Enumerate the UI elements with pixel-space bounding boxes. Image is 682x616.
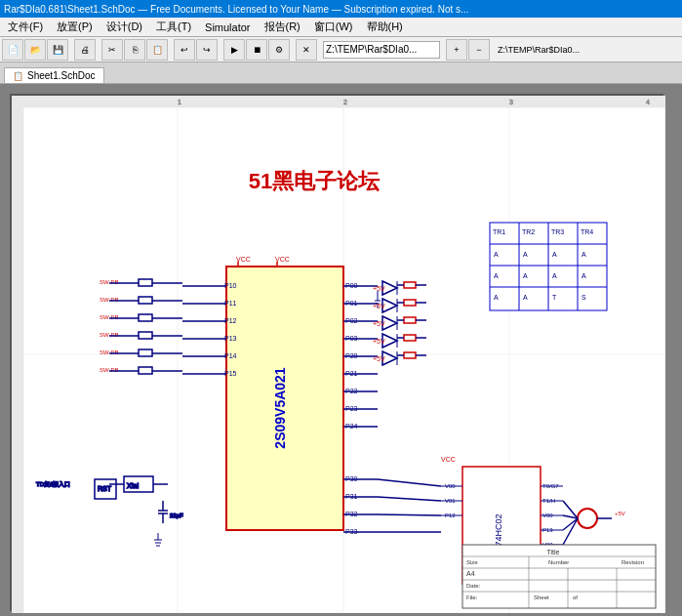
svg-rect-68 [404, 317, 416, 323]
toolbar-zoom-out[interactable]: − [468, 39, 490, 61]
svg-text:Xtal: Xtal [127, 482, 140, 489]
svg-text:of: of [573, 595, 578, 600]
toolbar-compile[interactable]: ⚙ [268, 39, 290, 61]
svg-text:P12: P12 [445, 513, 456, 518]
svg-text:V00: V00 [542, 513, 553, 518]
schematic-svg: 1 2 3 4 51黑电子论坛 2S09V5A021 P10 P11 P12 P… [12, 96, 665, 613]
svg-text:A: A [582, 251, 586, 258]
menu-window[interactable]: 窗口(W) [308, 19, 359, 35]
menu-bar: 文件(F) 放置(P) 设计(D) 工具(T) Simulator 报告(R) … [0, 18, 682, 37]
svg-rect-87 [139, 314, 152, 321]
svg-text:TR3: TR3 [551, 228, 564, 235]
svg-text:+5V: +5V [373, 338, 385, 345]
svg-text:TR1: TR1 [493, 228, 505, 235]
toolbar-run[interactable]: ▶ [223, 39, 245, 61]
svg-point-141 [578, 509, 597, 528]
svg-rect-67 [404, 300, 416, 306]
menu-help[interactable]: 帮助(H) [361, 19, 409, 35]
svg-rect-86 [139, 297, 152, 304]
toolbar-path-display: Z:\TEMP\Rar$DIa0... [496, 45, 582, 55]
toolbar-path-input[interactable] [323, 41, 440, 59]
toolbar-copy[interactable]: ⎘ [124, 39, 145, 61]
menu-tools[interactable]: 工具(T) [150, 19, 197, 35]
svg-text:A: A [552, 251, 557, 258]
toolbar-x-btn[interactable]: ✕ [296, 39, 317, 61]
svg-text:A: A [494, 272, 499, 279]
svg-rect-1 [12, 96, 665, 107]
toolbar-cut[interactable]: ✂ [101, 39, 123, 61]
svg-text:A: A [582, 272, 586, 279]
svg-rect-90 [139, 367, 152, 374]
svg-text:+5V: +5V [615, 511, 625, 516]
svg-text:RST: RST [98, 485, 112, 492]
svg-text:Date:: Date: [466, 583, 481, 589]
svg-rect-2 [12, 96, 23, 613]
svg-text:Number: Number [548, 559, 569, 565]
svg-text:Sheet: Sheet [534, 595, 549, 600]
svg-text:+5V: +5V [373, 320, 385, 327]
canvas-area[interactable]: 1 2 3 4 51黑电子论坛 2S09V5A021 P10 P11 P12 P… [0, 84, 682, 616]
svg-text:1: 1 [178, 99, 181, 105]
svg-text:TR2: TR2 [522, 228, 535, 235]
title-bar: Rar$DIa0.681\Sheet1.SchDoc — Free Docume… [0, 0, 682, 18]
svg-text:T0/G7: T0/G7 [542, 483, 559, 489]
svg-text:4: 4 [646, 99, 650, 105]
svg-text:3: 3 [509, 99, 513, 105]
menu-design[interactable]: 设计(D) [100, 19, 148, 35]
svg-text:A: A [494, 251, 499, 258]
toolbar: 📄 📂 💾 🖨 ✂ ⎘ 📋 ↩ ↪ ▶ ⏹ ⚙ ✕ + − Z:\TEMP\Ra… [0, 37, 682, 62]
menu-file[interactable]: 文件(F) [2, 19, 49, 35]
tab-bar: 📋 Sheet1.SchDoc [0, 62, 682, 84]
svg-text:VCC: VCC [441, 456, 456, 463]
svg-rect-85 [139, 279, 152, 286]
svg-text:File:: File: [466, 595, 478, 600]
svg-text:Title: Title [547, 549, 560, 555]
toolbar-undo[interactable]: ↩ [174, 39, 195, 61]
menu-simulator[interactable]: Simulator [199, 21, 256, 34]
svg-rect-89 [139, 349, 152, 356]
svg-text:+5V: +5V [373, 285, 385, 292]
svg-text:SW-PB: SW-PB [100, 349, 119, 355]
svg-text:A: A [523, 251, 528, 258]
svg-text:2: 2 [343, 99, 347, 105]
toolbar-stop[interactable]: ⏹ [246, 39, 267, 61]
toolbar-print[interactable]: 🖨 [74, 39, 96, 61]
svg-text:VCC: VCC [275, 256, 290, 263]
svg-text:A: A [494, 294, 499, 301]
tab-icon: 📋 [13, 71, 23, 81]
svg-text:A: A [523, 294, 528, 301]
svg-text:T1/H: T1/H [542, 498, 555, 504]
svg-text:T: T [552, 294, 557, 301]
menu-place[interactable]: 放置(P) [51, 19, 99, 35]
svg-text:Revision: Revision [622, 559, 644, 565]
menu-reports[interactable]: 报告(R) [259, 19, 306, 35]
svg-text:A: A [552, 272, 557, 279]
toolbar-save[interactable]: 💾 [47, 39, 68, 61]
svg-text:51黑电子论坛: 51黑电子论坛 [249, 169, 381, 193]
svg-text:A: A [523, 272, 528, 279]
svg-text:SW-PB: SW-PB [100, 367, 119, 373]
svg-line-191 [378, 514, 441, 515]
toolbar-open[interactable]: 📂 [24, 39, 46, 61]
svg-rect-70 [404, 352, 416, 358]
toolbar-paste[interactable]: 📋 [146, 39, 168, 61]
svg-text:TD复#振入口: TD复#振入口 [36, 481, 70, 487]
toolbar-new[interactable]: 📄 [2, 39, 23, 61]
svg-rect-69 [404, 335, 416, 341]
tab-sheet1[interactable]: 📋 Sheet1.SchDoc [4, 67, 104, 83]
svg-text:V01: V01 [445, 498, 456, 504]
svg-text:TR4: TR4 [581, 228, 593, 235]
toolbar-zoom-in[interactable]: + [446, 39, 467, 61]
svg-text:VCC: VCC [236, 256, 251, 263]
svg-text:+5V: +5V [373, 303, 385, 309]
svg-text:P13: P13 [542, 527, 553, 533]
svg-text:SW-PB: SW-PB [100, 297, 119, 303]
svg-rect-88 [139, 332, 152, 339]
toolbar-redo[interactable]: ↪ [196, 39, 218, 61]
svg-text:SW-PB: SW-PB [100, 332, 119, 338]
svg-text:SW-PB: SW-PB [100, 314, 119, 320]
tab-label: Sheet1.SchDoc [27, 70, 96, 81]
svg-text:22pF: 22pF [170, 513, 183, 518]
svg-rect-66 [404, 282, 416, 288]
svg-text:74HC02: 74HC02 [494, 513, 503, 546]
